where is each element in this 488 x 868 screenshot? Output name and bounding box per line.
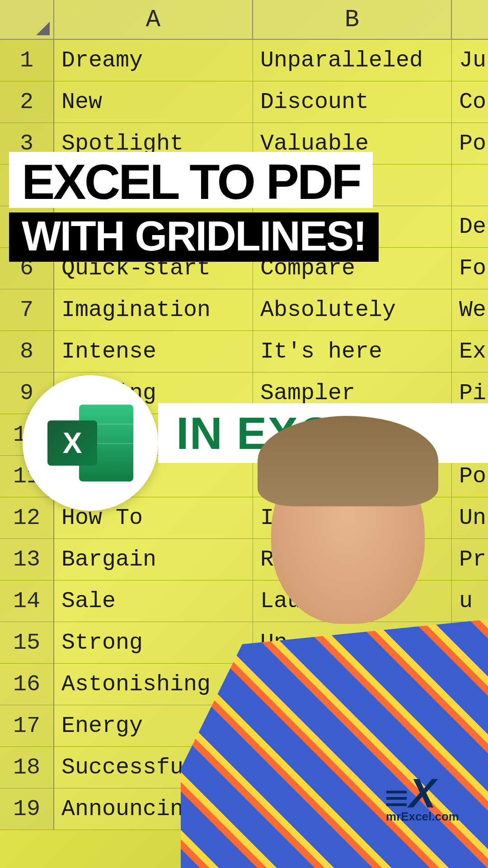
cell: Strong bbox=[54, 622, 253, 664]
mrexcel-x-icon: X bbox=[409, 777, 436, 810]
excel-icon: X bbox=[47, 405, 133, 481]
table-row: 2NewDiscountCo bbox=[0, 81, 488, 123]
row-header: 15 bbox=[0, 622, 54, 664]
cell bbox=[452, 165, 488, 206]
cell: Sale bbox=[54, 580, 253, 622]
cell: New bbox=[54, 81, 253, 123]
cell: Un bbox=[452, 497, 488, 539]
cell: We bbox=[452, 289, 488, 331]
column-header-c bbox=[452, 0, 488, 40]
table-row: 8IntenseIt's hereEx bbox=[0, 331, 488, 373]
select-all-corner bbox=[0, 0, 54, 40]
cell: Dreamy bbox=[54, 40, 253, 81]
cell: Fo bbox=[452, 248, 488, 289]
cell: Jus bbox=[452, 40, 488, 81]
column-header-a: A bbox=[54, 0, 253, 40]
table-row: 1DreamyUnparalleledJus bbox=[0, 40, 488, 81]
cell: It's here bbox=[253, 331, 452, 373]
row-header: 18 bbox=[0, 747, 54, 788]
excel-logo-badge: X bbox=[23, 375, 158, 511]
column-header-row: A B bbox=[0, 0, 488, 40]
row-header: 7 bbox=[0, 289, 54, 331]
cell: Absolutely bbox=[253, 289, 452, 331]
cell: De bbox=[452, 206, 488, 248]
cell: Pr bbox=[452, 539, 488, 580]
cell: Unparalleled bbox=[253, 40, 452, 81]
cell: Co bbox=[452, 81, 488, 123]
row-header: 8 bbox=[0, 331, 54, 373]
row-header: 13 bbox=[0, 539, 54, 580]
title-line-2: WITH GRIDLINES! bbox=[9, 212, 379, 262]
row-header: 14 bbox=[0, 580, 54, 622]
mrexcel-logo: X mrExcel.com bbox=[371, 769, 474, 832]
title-line-1: EXCEL TO PDF bbox=[9, 152, 373, 208]
row-header: 12 bbox=[0, 497, 54, 539]
cell: Bargain bbox=[54, 539, 253, 580]
table-row: 14SaleLauu bbox=[0, 580, 488, 622]
cell: Ex bbox=[452, 331, 488, 373]
table-row: 7ImaginationAbsolutelyWe bbox=[0, 289, 488, 331]
presenter-hair bbox=[258, 416, 438, 506]
cell: Intense bbox=[54, 331, 253, 373]
row-header: 16 bbox=[0, 664, 54, 705]
row-header: 19 bbox=[0, 788, 54, 830]
row-header: 17 bbox=[0, 705, 54, 747]
row-header: 1 bbox=[0, 40, 54, 81]
row-header: 2 bbox=[0, 81, 54, 123]
column-header-b: B bbox=[253, 0, 452, 40]
cell: Discount bbox=[253, 81, 452, 123]
cell: Po bbox=[452, 123, 488, 165]
cell: u bbox=[452, 580, 488, 622]
cell: Imagination bbox=[54, 289, 253, 331]
